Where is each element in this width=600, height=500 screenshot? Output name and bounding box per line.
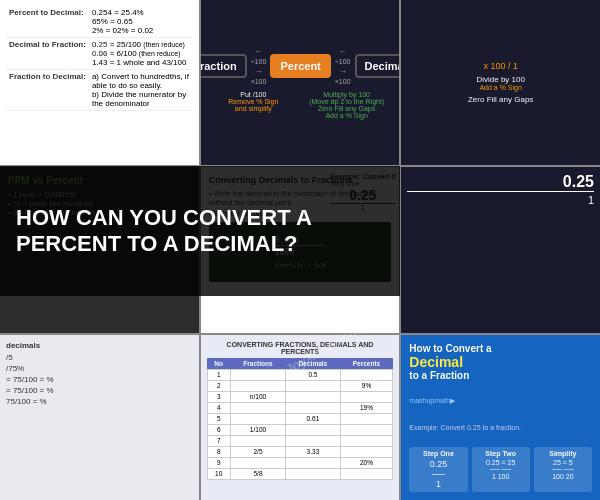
row-value: 0.254 = 25.4%65% = 0.652% = 02% = 0.02 [89, 6, 193, 38]
frac-table-title: Converting Fractions, Decimals and Perce… [207, 341, 394, 355]
conversion-arrows: Fraction ← ÷100 → ×100 Percent ← ÷100 → … [209, 47, 392, 85]
step-one-box: Step One 0.25──1 [409, 447, 467, 492]
cell-mid-right: 0.25 1 [401, 167, 600, 332]
step-one-label: Step One [412, 450, 464, 457]
left-instr: Put /100 Remove % Sign and simplify [209, 91, 298, 119]
row-label: Fraction to Decimal: [6, 70, 89, 111]
row-value: 0.25 = 25/100 (then reduce) 0.06 = 6/100… [89, 38, 193, 70]
blue-card-title: How to Convert a Decimal to a Fraction [409, 343, 592, 381]
step-simplify-box: Simplify 25 = 5── ──100 20 [534, 447, 592, 492]
row-value: a) Convert to hundredths, if able to do … [89, 70, 193, 111]
table-row: Fraction to Decimal: a) Convert to hundr… [6, 70, 193, 111]
table-row: 419% [207, 402, 393, 413]
instr-line: Zero Fill any Gaps [302, 105, 391, 112]
mid-right-content: 0.25 1 [407, 173, 594, 206]
instr-line: and simplify [209, 105, 298, 112]
top-right-divbylabel: Divide by 100 [468, 75, 533, 84]
percent-box: Percent [270, 54, 330, 78]
left-arrow: ← ÷100 → ×100 [251, 47, 267, 85]
table-header-row: No Fractions Decimals Percents [207, 358, 393, 370]
big-one: 1 [407, 191, 594, 206]
col-header-no: No [207, 358, 230, 370]
table-row: 920% [207, 457, 393, 468]
table-row: 7 [207, 435, 393, 446]
cell-conversion-table: Percent to Decimal: 0.254 = 25.4%65% = 0… [0, 0, 199, 165]
decimal-box: Decimal [355, 54, 400, 78]
col-header-fractions: Fractions [230, 358, 286, 370]
top-right-addpct: Add a % Sign [468, 84, 533, 91]
cell-top-right: x 100 / 1 Divide by 100 Add a % Sign Zer… [401, 0, 600, 165]
instr-line: Remove % Sign [209, 98, 298, 105]
mashup-brand: mashupmath▶ [409, 397, 592, 405]
blue-title-line1: How to Convert a [409, 343, 592, 354]
table-row: 10.5 [207, 369, 393, 380]
table-row: 105/8 [207, 468, 393, 479]
col-header-decimals: Decimals [286, 358, 340, 370]
right-arrow: ← ÷100 → ×100 [335, 47, 351, 85]
big-decimal: 0.25 [407, 173, 594, 191]
list-item: /75% [6, 364, 193, 373]
right-instr: Multiply by 100 (Move dp 2 to the Right)… [302, 91, 391, 119]
row-label: Decimal to Fraction: [6, 38, 89, 70]
table-row: Percent to Decimal: 0.254 = 25.4%65% = 0… [6, 6, 193, 38]
step-simplify-value: 25 = 5── ──100 20 [537, 459, 589, 480]
top-right-zerofill: Zero Fill any Gaps [468, 95, 533, 104]
col-header-percents: Percents [340, 358, 393, 370]
table-row: 61/100 [207, 424, 393, 435]
decimal-list: /5 /75% = 75/100 = % = 75/100 = % 75/100… [6, 353, 193, 406]
step-two-value: 0.25 = 25── ──1 100 [475, 459, 527, 480]
cell-decimals-list: decimals /5 /75% = 75/100 = % = 75/100 =… [0, 335, 199, 500]
table-row: 3n/100 [207, 391, 393, 402]
convert-steps-row: Step One 0.25──1 Step Two 0.25 = 25── ──… [409, 447, 592, 492]
cell-decimal-fraction: How to Convert a Decimal to a Fraction m… [401, 335, 600, 500]
page-wrapper: Percent to Decimal: 0.254 = 25.4%65% = 0… [0, 0, 600, 500]
cell-frac-table: Converting Fractions, Decimals and Perce… [201, 335, 400, 500]
instr-line: Add a % Sign [302, 112, 391, 119]
top-right-text: x 100 / 1 Divide by 100 Add a % Sign Zer… [468, 61, 533, 104]
table-row: Decimal to Fraction: 0.25 = 25/100 (then… [6, 38, 193, 70]
step-two-box: Step Two 0.25 = 25── ──1 100 [472, 447, 530, 492]
conversion-table: Percent to Decimal: 0.254 = 25.4%65% = 0… [6, 6, 193, 111]
list-item: 75/100 = % [6, 397, 193, 406]
fraction-box: Fraction [201, 54, 247, 78]
step-one-value: 0.25──1 [412, 459, 464, 489]
instr-line: Put /100 [209, 91, 298, 98]
list-item: = 75/100 = % [6, 375, 193, 384]
blue-title-line2: Decimal [409, 354, 592, 370]
fractions-table: No Fractions Decimals Percents 10.5 29% … [207, 358, 394, 480]
step-simplify-label: Simplify [537, 450, 589, 457]
overlay-banner: HOW CAN YOU CONVERT A PERCENT TO A DECIM… [0, 166, 400, 296]
example-convert-label: Example: Convert 0.25 to a fraction. [409, 424, 592, 431]
instr-line: Multiply by 100 [302, 91, 391, 98]
step-two-label: Step Two [475, 450, 527, 457]
table-row: 82/53.33 [207, 446, 393, 457]
instr-line: (Move dp 2 to the Right) [302, 98, 391, 105]
table-row: 50.61 [207, 413, 393, 424]
decimals-title: decimals [6, 341, 193, 350]
overlay-banner-text: HOW CAN YOU CONVERT A PERCENT TO A DECIM… [16, 205, 384, 258]
cell-fpd-diagram: Fraction ← ÷100 → ×100 Percent ← ÷100 → … [201, 0, 400, 165]
blue-title-line3: to a Fraction [409, 370, 592, 381]
instructions-row: Put /100 Remove % Sign and simplify Mult… [209, 91, 392, 119]
table-row: 29% [207, 380, 393, 391]
list-item: /5 [6, 353, 193, 362]
row-label: Percent to Decimal: [6, 6, 89, 38]
top-right-formula: x 100 / 1 [468, 61, 533, 71]
list-item: = 75/100 = % [6, 386, 193, 395]
